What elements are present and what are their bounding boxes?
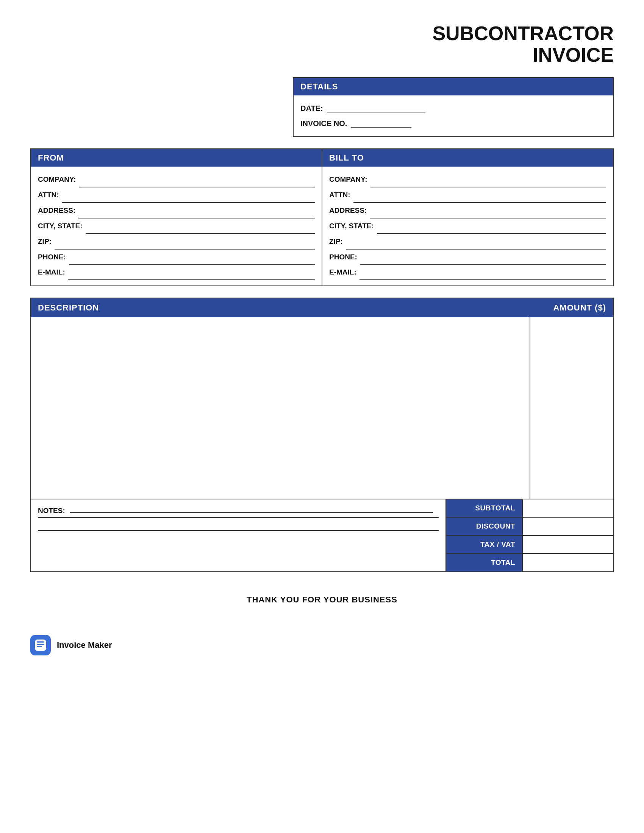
totals-column: SUBTOTAL DISCOUNT TAX / VAT TOTAL <box>446 499 613 571</box>
from-email-label: E-MAIL: <box>38 265 65 280</box>
from-attn-row: ATTN: <box>38 187 315 203</box>
from-phone-row: PHONE: <box>38 249 315 265</box>
notes-row: NOTES: <box>38 505 439 515</box>
svg-rect-3 <box>37 646 42 647</box>
tax-row: TAX / VAT <box>446 536 613 554</box>
from-column: FROM COMPANY: ATTN: ADDRESS: CITY, STATE… <box>31 149 322 286</box>
date-row: DATE: <box>300 101 606 116</box>
title-line2: INVOICE <box>533 44 614 66</box>
discount-label: DISCOUNT <box>446 518 522 535</box>
logo-svg <box>34 638 47 652</box>
description-cell[interactable] <box>31 317 530 499</box>
details-section: DETAILS DATE: INVOICE NO. <box>293 77 614 137</box>
notes-label: NOTES: <box>38 507 65 515</box>
billto-zip-row: ZIP: <box>329 234 606 249</box>
from-billto-wrapper: FROM COMPANY: ATTN: ADDRESS: CITY, STATE… <box>30 148 614 286</box>
amount-cell[interactable] <box>530 317 613 499</box>
from-email-row: E-MAIL: <box>38 265 315 280</box>
billto-address-field[interactable] <box>370 210 606 219</box>
svg-rect-2 <box>37 644 44 645</box>
from-citystate-field[interactable] <box>85 226 315 234</box>
billto-attn-field[interactable] <box>353 195 606 203</box>
from-phone-field[interactable] <box>69 256 315 265</box>
notes-column: NOTES: <box>31 499 446 571</box>
total-row: TOTAL <box>446 554 613 571</box>
invoice-no-row: INVOICE NO. <box>300 116 606 131</box>
total-label: TOTAL <box>446 554 522 571</box>
svg-rect-0 <box>35 640 46 651</box>
footer: Invoice Maker <box>30 635 614 655</box>
date-field[interactable] <box>327 104 425 113</box>
billto-header: BILL TO <box>322 149 613 167</box>
from-company-label: COMPANY: <box>38 172 76 187</box>
billto-email-field[interactable] <box>359 272 606 280</box>
invoice-no-field[interactable] <box>351 119 411 128</box>
billto-phone-row: PHONE: <box>329 249 606 265</box>
total-value[interactable] <box>522 554 613 571</box>
from-citystate-label: CITY, STATE: <box>38 219 82 234</box>
from-attn-label: ATTN: <box>38 187 59 203</box>
subtotal-row: SUBTOTAL <box>446 499 613 518</box>
subtotal-label: SUBTOTAL <box>446 499 522 517</box>
tax-label: TAX / VAT <box>446 536 522 553</box>
notes-line2[interactable] <box>38 517 439 518</box>
from-address-row: ADDRESS: <box>38 203 315 219</box>
from-company-row: COMPANY: <box>38 172 315 187</box>
from-header: FROM <box>31 149 322 167</box>
billto-phone-label: PHONE: <box>329 249 357 265</box>
billto-zip-label: ZIP: <box>329 234 343 249</box>
billto-attn-label: ATTN: <box>329 187 350 203</box>
billto-email-label: E-MAIL: <box>329 265 356 280</box>
billto-citystate-label: CITY, STATE: <box>329 219 374 234</box>
discount-value[interactable] <box>522 518 613 535</box>
description-header: DESCRIPTION <box>31 298 530 317</box>
thank-you-text: THANK YOU FOR YOUR BUSINESS <box>30 595 614 605</box>
details-body: DATE: INVOICE NO. <box>294 95 613 136</box>
billto-company-row: COMPANY: <box>329 172 606 187</box>
billto-email-row: E-MAIL: <box>329 265 606 280</box>
notes-line1[interactable] <box>70 505 433 513</box>
discount-row: DISCOUNT <box>446 518 613 536</box>
from-address-label: ADDRESS: <box>38 203 76 219</box>
from-address-field[interactable] <box>79 210 315 219</box>
from-body: COMPANY: ATTN: ADDRESS: CITY, STATE: ZIP… <box>31 167 322 286</box>
billto-company-field[interactable] <box>370 179 606 187</box>
billto-company-label: COMPANY: <box>329 172 367 187</box>
billto-column: BILL TO COMPANY: ATTN: ADDRESS: CITY, ST… <box>322 149 613 286</box>
from-email-field[interactable] <box>68 272 315 280</box>
billto-address-label: ADDRESS: <box>329 203 367 219</box>
tax-value[interactable] <box>522 536 613 553</box>
billto-citystate-row: CITY, STATE: <box>329 219 606 234</box>
amount-header: AMOUNT ($) <box>530 298 613 317</box>
subtotal-value[interactable] <box>522 499 613 517</box>
details-header: DETAILS <box>294 78 613 95</box>
from-company-field[interactable] <box>79 179 315 187</box>
from-zip-label: ZIP: <box>38 234 52 249</box>
from-attn-field[interactable] <box>62 195 315 203</box>
app-logo-icon <box>30 635 51 655</box>
page-wrapper: SUBCONTRACTOR INVOICE DETAILS DATE: INVO… <box>30 23 614 655</box>
from-citystate-row: CITY, STATE: <box>38 219 315 234</box>
app-name: Invoice Maker <box>57 640 112 650</box>
billto-phone-field[interactable] <box>360 256 606 265</box>
invoice-no-label: INVOICE NO. <box>300 116 347 131</box>
date-label: DATE: <box>300 101 323 116</box>
billto-address-row: ADDRESS: <box>329 203 606 219</box>
description-table: DESCRIPTION AMOUNT ($) <box>30 298 614 499</box>
title-line1: SUBCONTRACTOR <box>432 23 614 44</box>
from-zip-row: ZIP: <box>38 234 315 249</box>
billto-body: COMPANY: ATTN: ADDRESS: CITY, STATE: ZIP… <box>322 167 613 286</box>
notes-line3[interactable] <box>38 530 439 531</box>
billto-citystate-field[interactable] <box>377 226 606 234</box>
billto-attn-row: ATTN: <box>329 187 606 203</box>
from-phone-label: PHONE: <box>38 249 66 265</box>
invoice-title: SUBCONTRACTOR INVOICE <box>30 23 614 66</box>
from-zip-field[interactable] <box>55 241 315 249</box>
totals-section: NOTES: SUBTOTAL DISCOUNT TAX / VAT TOTAL <box>30 499 614 572</box>
billto-zip-field[interactable] <box>346 241 606 249</box>
svg-rect-1 <box>37 642 44 643</box>
